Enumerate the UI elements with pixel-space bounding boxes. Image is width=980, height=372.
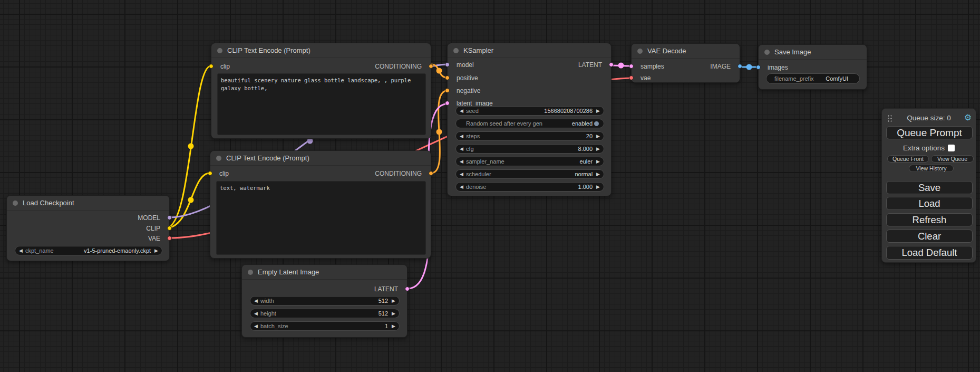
decrement-arrow-icon[interactable]: ◀ (254, 324, 258, 329)
node-load-checkpoint[interactable]: Load Checkpoint MODEL CLIP VAE ◀ ckpt_na… (6, 195, 170, 261)
increment-arrow-icon[interactable]: ▶ (596, 159, 600, 164)
latent-input-dot[interactable] (445, 101, 450, 106)
model-input-dot[interactable] (445, 62, 450, 67)
decrement-arrow-icon[interactable]: ◀ (254, 311, 258, 316)
ckpt-name-widget[interactable]: ◀ ckpt_name v1-5-pruned-emaonly.ckpt ▶ (15, 246, 162, 255)
node-empty-latent-image[interactable]: Empty Latent Image LATENT ◀ width 512 ▶ … (241, 264, 407, 338)
node-save-image[interactable]: Save Image images filename_prefix ComfyU… (758, 44, 867, 90)
node-vae-decode[interactable]: VAE Decode samples IMAGE vae (631, 43, 740, 83)
decrement-arrow-icon[interactable]: ◀ (460, 134, 463, 139)
increment-arrow-icon[interactable]: ▶ (392, 324, 395, 329)
widget-value: 8.000 (578, 146, 593, 152)
link-dot[interactable] (307, 138, 313, 144)
conditioning-input-dot[interactable] (445, 88, 450, 93)
slot-label: vae (632, 74, 651, 82)
decrement-arrow-icon[interactable]: ◀ (460, 147, 463, 151)
save-button[interactable]: Save (886, 181, 973, 194)
widget-label: steps (466, 133, 480, 139)
increment-arrow-icon[interactable]: ▶ (596, 147, 600, 151)
conditioning-output-dot[interactable] (429, 171, 433, 176)
node-header[interactable]: CLIP Text Encode (Prompt) (211, 43, 431, 58)
image-input-dot[interactable] (756, 65, 761, 70)
model-output-dot[interactable] (167, 215, 172, 220)
collapse-dot-icon[interactable] (248, 270, 253, 275)
node-header[interactable]: Save Image (759, 45, 867, 60)
clip-input-dot[interactable] (209, 64, 214, 69)
increment-arrow-icon[interactable]: ▶ (154, 249, 158, 253)
node-clip-text-encode-positive[interactable]: CLIP Text Encode (Prompt) clip CONDITION… (211, 43, 431, 139)
view-history-button[interactable]: View History (909, 165, 954, 172)
collapse-dot-icon[interactable] (13, 201, 18, 206)
view-queue-button[interactable]: View Queue (931, 155, 974, 163)
prompt-textarea[interactable]: beautiful scenery nature glass bottle la… (217, 73, 426, 135)
decrement-arrow-icon[interactable]: ◀ (460, 109, 463, 113)
link-dot[interactable] (188, 197, 194, 203)
conditioning-input-dot[interactable] (445, 75, 450, 80)
denoise-widget[interactable]: ◀ denoise 1.000 ▶ (455, 182, 604, 192)
seed-widget[interactable]: ◀ seed 156680208700286 ▶ (455, 106, 604, 116)
slot-label: VAE (148, 235, 160, 242)
increment-arrow-icon[interactable]: ▶ (596, 172, 600, 177)
slot-label: clip (211, 63, 230, 70)
decrement-arrow-icon[interactable]: ◀ (460, 172, 463, 177)
slot-label: model (448, 61, 474, 69)
queue-front-button[interactable]: Queue Front (887, 155, 929, 163)
node-header[interactable]: Load Checkpoint (7, 196, 169, 211)
clear-button[interactable]: Clear (886, 230, 973, 243)
link-dot[interactable] (436, 129, 442, 135)
collapse-dot-icon[interactable] (216, 156, 221, 161)
cfg-widget[interactable]: ◀ cfg 8.000 ▶ (455, 144, 604, 154)
increment-arrow-icon[interactable]: ▶ (392, 299, 395, 303)
collapse-dot-icon[interactable] (764, 50, 770, 55)
increment-arrow-icon[interactable]: ▶ (596, 185, 600, 189)
decrement-arrow-icon[interactable]: ◀ (19, 249, 23, 253)
link-dot[interactable] (188, 144, 194, 149)
vae-output-dot[interactable] (167, 236, 172, 241)
increment-arrow-icon[interactable]: ▶ (392, 311, 395, 316)
node-header[interactable]: KSampler (448, 43, 611, 58)
scheduler-widget[interactable]: ◀ scheduler normal ▶ (455, 169, 604, 179)
output-slot-vae: VAE (7, 233, 169, 244)
latent-output-dot[interactable] (405, 287, 410, 291)
steps-widget[interactable]: ◀ steps 20 ▶ (455, 131, 604, 141)
collapse-dot-icon[interactable] (453, 48, 459, 53)
load-button[interactable]: Load (886, 197, 973, 210)
node-ksampler[interactable]: KSampler model LATENT positive negative … (447, 43, 612, 196)
random-seed-toggle-widget[interactable]: Random seed after every gen enabled (455, 119, 604, 128)
decrement-arrow-icon[interactable]: ◀ (460, 185, 463, 189)
vae-input-dot[interactable] (629, 75, 634, 80)
node-header[interactable]: Empty Latent Image (242, 265, 407, 280)
latent-input-dot[interactable] (629, 64, 634, 69)
increment-arrow-icon[interactable]: ▶ (596, 134, 600, 139)
node-clip-text-encode-negative[interactable]: CLIP Text Encode (Prompt) clip CONDITION… (210, 150, 431, 259)
width-widget[interactable]: ◀ width 512 ▶ (250, 296, 400, 306)
widget-value: 20 (586, 133, 593, 139)
queue-prompt-button[interactable]: Queue Prompt (886, 126, 973, 139)
load-default-button[interactable]: Load Default (886, 246, 973, 260)
slot-label: IMAGE (710, 63, 740, 70)
gear-icon[interactable]: ⚙ (964, 112, 972, 122)
increment-arrow-icon[interactable]: ▶ (596, 109, 600, 113)
clip-input-dot[interactable] (208, 171, 212, 176)
link-dot[interactable] (618, 63, 624, 69)
collapse-dot-icon[interactable] (217, 48, 222, 53)
batch-size-widget[interactable]: ◀ batch_size 1 ▶ (250, 321, 400, 331)
node-header[interactable]: CLIP Text Encode (Prompt) (210, 151, 431, 166)
sampler-name-widget[interactable]: ◀ sampler_name euler ▶ (455, 157, 604, 166)
prompt-textarea[interactable]: text, watermark (216, 181, 426, 255)
image-output-dot[interactable] (738, 64, 742, 69)
filename-prefix-widget[interactable]: filename_prefix ComfyUI (766, 73, 860, 84)
toggle-enabled-dot[interactable] (594, 121, 599, 126)
height-widget[interactable]: ◀ height 512 ▶ (250, 309, 400, 318)
latent-output-dot[interactable] (609, 62, 614, 67)
link-dot[interactable] (746, 64, 752, 70)
conditioning-output-dot[interactable] (429, 64, 433, 69)
decrement-arrow-icon[interactable]: ◀ (460, 159, 463, 164)
clip-output-dot[interactable] (167, 226, 172, 231)
node-header[interactable]: VAE Decode (632, 44, 740, 59)
collapse-dot-icon[interactable] (637, 49, 643, 54)
link-dot[interactable] (436, 68, 442, 74)
extra-options-checkbox[interactable] (948, 145, 955, 151)
decrement-arrow-icon[interactable]: ◀ (254, 299, 258, 303)
refresh-button[interactable]: Refresh (886, 213, 973, 226)
